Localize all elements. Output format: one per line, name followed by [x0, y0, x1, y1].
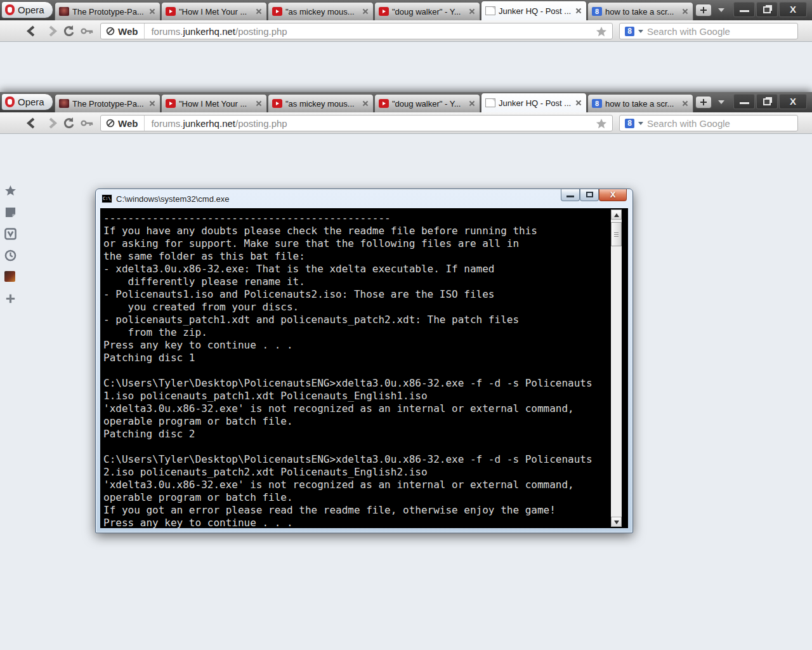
google-search-icon: 8: [625, 27, 634, 36]
key-icon[interactable]: [81, 117, 95, 129]
site-badge-label: Web: [118, 118, 138, 129]
reload-button[interactable]: [62, 25, 76, 37]
search-placeholder: Search with Google: [647, 118, 730, 129]
minimize-icon: [566, 196, 574, 197]
google-search-icon: 8: [625, 119, 634, 128]
youtube-favicon-icon: [379, 7, 389, 16]
bookmark-star-icon[interactable]: [596, 26, 607, 37]
search-field[interactable]: 8 Search with Google: [619, 23, 798, 39]
cmd-restore-button[interactable]: [580, 189, 599, 201]
tab-google-search[interactable]: 8 how to take a scr...: [587, 94, 693, 112]
window-controls: X: [733, 94, 807, 109]
tab-youtube-1[interactable]: "How I Met Your ...: [161, 94, 267, 112]
add-panel-icon[interactable]: [4, 293, 16, 305]
forward-button[interactable]: [44, 25, 58, 37]
url-field[interactable]: Web forums.junkerhq.net/posting.php: [100, 115, 613, 131]
youtube-favicon-icon: [379, 99, 389, 108]
cmd-minimize-button[interactable]: [561, 189, 580, 201]
minimize-button[interactable]: [733, 2, 755, 17]
reload-button[interactable]: [62, 117, 76, 129]
downloads-panel-icon[interactable]: [4, 228, 16, 240]
tab-title: "as mickey mous...: [285, 99, 358, 109]
google-favicon-icon: 8: [592, 99, 602, 108]
cmd-console[interactable]: ----------------------------------------…: [100, 208, 628, 528]
tab-close-icon[interactable]: [468, 8, 476, 15]
tab-close-icon[interactable]: [575, 7, 582, 15]
scroll-down-button[interactable]: [611, 517, 622, 527]
restore-button[interactable]: [756, 2, 778, 17]
tab-junkerhq-active[interactable]: Junker HQ - Post ...: [481, 93, 587, 112]
cmd-close-button[interactable]: X: [599, 189, 627, 201]
back-button[interactable]: [25, 117, 39, 129]
tab-close-icon[interactable]: [148, 8, 156, 15]
tab-youtube-3[interactable]: "doug walker" - Y...: [374, 94, 480, 112]
tab-title: "doug walker" - Y...: [392, 7, 465, 17]
tab-close-icon[interactable]: [681, 100, 689, 107]
extension-thumbnail-icon[interactable]: [4, 271, 15, 282]
new-tab-button[interactable]: [695, 96, 712, 109]
search-engine-caret-icon[interactable]: [638, 30, 643, 33]
search-placeholder: Search with Google: [647, 26, 730, 37]
restore-icon: [763, 6, 771, 13]
tab-youtube-2[interactable]: "as mickey mous...: [268, 2, 374, 20]
new-tab-button[interactable]: [695, 4, 712, 17]
search-engine-caret-icon[interactable]: [638, 122, 643, 125]
cmd-window: C:\ C:\windows\system32\cmd.exe X ------…: [95, 189, 633, 533]
tab-close-icon[interactable]: [468, 100, 476, 107]
opera-menu-button[interactable]: Opera: [1, 93, 53, 110]
opera-logo-icon: [5, 4, 15, 15]
url-field[interactable]: Web forums.junkerhq.net/posting.php: [100, 23, 613, 39]
back-button[interactable]: [25, 25, 39, 37]
site-badge[interactable]: Web: [101, 23, 145, 39]
bookmarks-panel-icon[interactable]: [4, 185, 16, 197]
address-bar: Web forums.junkerhq.net/posting.php 8 Se…: [0, 20, 812, 42]
key-icon[interactable]: [81, 25, 95, 37]
tab-close-icon[interactable]: [681, 8, 689, 15]
tab-close-icon[interactable]: [255, 100, 263, 107]
console-scrollbar-thumb[interactable]: [611, 222, 622, 246]
scroll-up-button[interactable]: [611, 209, 622, 220]
restore-button[interactable]: [756, 94, 778, 109]
cmd-app-icon: C:\: [102, 194, 112, 203]
notes-panel-icon[interactable]: [4, 206, 16, 218]
forward-button[interactable]: [44, 117, 58, 129]
tab-close-icon[interactable]: [362, 8, 369, 15]
page-favicon-icon: [485, 98, 495, 107]
tab-strip: The Prototype-Pa... "How I Met Your ... …: [55, 92, 694, 112]
site-badge-label: Web: [118, 26, 138, 37]
tab-bar: Opera The Prototype-Pa... "How I Met You…: [0, 92, 812, 112]
site-badge[interactable]: Web: [101, 116, 145, 131]
tab-google-search[interactable]: 8 how to take a scr...: [587, 2, 693, 20]
tab-title: how to take a scr...: [605, 99, 678, 109]
youtube-favicon-icon: [272, 7, 282, 16]
web-globe-icon: [106, 27, 115, 36]
tab-close-icon[interactable]: [255, 8, 263, 15]
tab-junkerhq-active[interactable]: Junker HQ - Post ...: [481, 1, 587, 20]
tab-close-icon[interactable]: [148, 100, 156, 107]
minimize-button[interactable]: [733, 94, 755, 109]
tab-title: The Prototype-Pa...: [72, 99, 145, 109]
console-scrollbar[interactable]: [611, 209, 622, 527]
url-text: forums.junkerhq.net/posting.php: [145, 118, 287, 129]
tab-youtube-3[interactable]: "doug walker" - Y...: [374, 2, 480, 20]
minimize-icon: [740, 102, 749, 104]
close-button[interactable]: X: [779, 94, 807, 109]
tab-list-caret-icon[interactable]: [718, 8, 724, 12]
tab-youtube-1[interactable]: "How I Met Your ...: [161, 2, 267, 20]
close-button[interactable]: X: [779, 2, 807, 17]
tab-youtube-2[interactable]: "as mickey mous...: [268, 94, 374, 112]
cmd-titlebar[interactable]: C:\ C:\windows\system32\cmd.exe X: [96, 189, 632, 208]
tab-close-icon[interactable]: [575, 99, 582, 107]
opera-menu-button[interactable]: Opera: [1, 1, 53, 18]
tab-close-icon[interactable]: [362, 100, 369, 107]
bookmark-star-icon[interactable]: [596, 118, 607, 129]
google-favicon-icon: 8: [592, 7, 602, 16]
opera-logo-icon: [5, 96, 15, 107]
tab-prototype[interactable]: The Prototype-Pa...: [55, 2, 160, 20]
tab-list-caret-icon[interactable]: [718, 100, 724, 104]
web-globe-icon: [106, 119, 115, 128]
search-field[interactable]: 8 Search with Google: [619, 115, 798, 131]
tab-prototype[interactable]: The Prototype-Pa...: [55, 94, 160, 112]
history-panel-icon[interactable]: [4, 249, 16, 262]
close-icon: X: [780, 96, 806, 107]
